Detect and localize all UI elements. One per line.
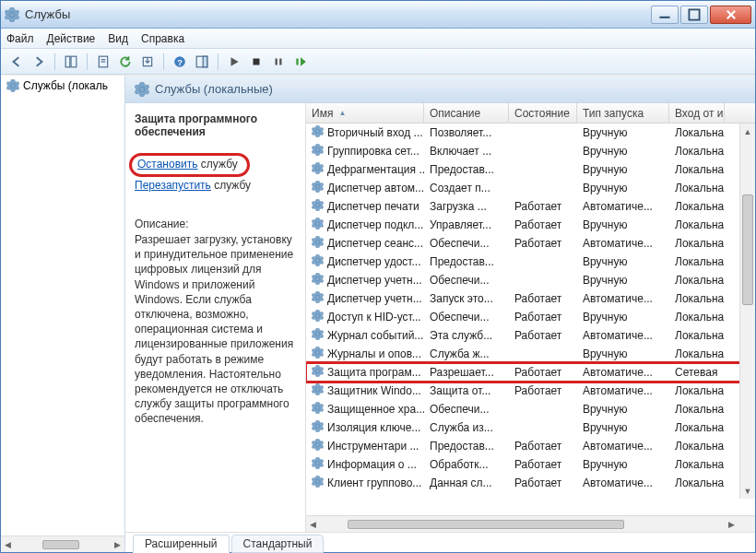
service-row[interactable]: Журнал событий...Эта служб...РаботаетАвт…	[306, 326, 755, 345]
service-row[interactable]: Диспетчер подкл...Управляет...РаботаетВр…	[306, 216, 755, 234]
description-text: Разрешает загрузку, установку и принудит…	[135, 232, 296, 426]
close-button[interactable]	[710, 6, 751, 24]
properties-button[interactable]	[93, 52, 113, 72]
pause-service-button[interactable]	[268, 52, 289, 72]
restart-service-button[interactable]	[290, 52, 311, 72]
gear-icon	[312, 162, 324, 177]
highlight-stop-link: Остановить службу	[129, 153, 250, 177]
tab-extended[interactable]: Расширенный	[133, 535, 230, 553]
stop-service-link[interactable]: Остановить	[137, 158, 198, 171]
scroll-thumb[interactable]	[42, 540, 79, 549]
maximize-button[interactable]	[680, 6, 708, 24]
list-hscrollbar[interactable]: ◀ ▶	[306, 515, 755, 532]
pane-header: Службы (локальные)	[125, 76, 755, 103]
menu-action[interactable]: Действие	[47, 32, 96, 45]
gear-icon	[312, 236, 324, 251]
scroll-right-icon[interactable]: ▶	[725, 517, 738, 532]
gear-icon	[312, 439, 324, 453]
service-list[interactable]: Вторичный вход ...Позволяет...ВручнуюЛок…	[306, 124, 755, 515]
tab-standard[interactable]: Стандартный	[231, 535, 325, 553]
help-button[interactable]: ?	[170, 52, 190, 72]
gear-icon	[312, 347, 324, 361]
tree-hscrollbar[interactable]: ◀ ▶	[1, 535, 124, 552]
menu-file[interactable]: Файл	[6, 32, 34, 45]
show-hide-tree-button[interactable]	[61, 52, 81, 72]
window-title: Службы	[25, 7, 649, 21]
col-name[interactable]: Имя	[306, 103, 424, 123]
forward-button[interactable]	[29, 52, 49, 72]
gear-icon	[135, 82, 149, 97]
service-row[interactable]: Инструментари ...Предостав...РаботаетАвт…	[306, 437, 755, 455]
service-row[interactable]: Диспетчер печатиЗагрузка ...РаботаетАвто…	[306, 197, 755, 216]
col-desc[interactable]: Описание	[424, 103, 509, 123]
refresh-button[interactable]	[115, 52, 136, 72]
gear-icon	[312, 254, 324, 269]
service-row[interactable]: Информация о ...Обработк...РаботаетВручн…	[306, 455, 755, 474]
content-area: Службы (локаль ◀ ▶ Службы (локальные) За…	[1, 75, 755, 552]
back-button[interactable]	[6, 52, 27, 72]
view-tabs: Расширенный Стандартный	[125, 532, 755, 552]
restart-service-link[interactable]: Перезапустить	[135, 179, 211, 192]
gear-icon	[312, 476, 324, 490]
service-row[interactable]: Дефрагментация ...Предостав...ВручнуюЛок…	[306, 160, 755, 179]
selected-service-name: Защита программного обеспечения	[135, 112, 296, 138]
stop-suffix: службу	[198, 158, 238, 171]
gear-icon	[312, 199, 324, 214]
description-label: Описание:	[135, 218, 296, 230]
scroll-left-icon[interactable]: ◀	[306, 517, 320, 532]
column-headers: Имя Описание Состояние Тип запуска Вход …	[306, 103, 755, 124]
titlebar[interactable]: Службы	[1, 1, 755, 29]
services-window: Службы Файл Действие Вид Справка ?	[0, 0, 756, 553]
service-row[interactable]: Группировка сет...Включает ...ВручнуюЛок…	[306, 142, 755, 160]
service-row[interactable]: Защитник Windo...Защита от...РаботаетАвт…	[306, 382, 755, 400]
service-row[interactable]: Изоляция ключе...Служба из...ВручнуюЛока…	[306, 418, 755, 437]
service-row[interactable]: Диспетчер учетн...Запуск это...РаботаетА…	[306, 289, 755, 308]
service-row[interactable]: Диспетчер удост...Предостав...ВручнуюЛок…	[306, 253, 755, 271]
svg-rect-5	[71, 56, 77, 67]
tree-pane: Службы (локаль ◀ ▶	[1, 76, 125, 552]
tree-root-label: Службы (локаль	[23, 79, 108, 92]
vscrollbar[interactable]: ▲ ▼	[739, 124, 755, 499]
scroll-thumb[interactable]	[348, 520, 624, 529]
scroll-up-icon[interactable]: ▲	[740, 124, 755, 139]
col-logon[interactable]: Вход от и	[669, 103, 725, 123]
svg-rect-13	[203, 56, 207, 67]
scroll-thumb[interactable]	[742, 194, 753, 305]
svg-rect-14	[254, 58, 260, 65]
export-button[interactable]	[137, 52, 158, 72]
service-row[interactable]: Клиент группово...Данная сл...РаботаетАв…	[306, 474, 755, 492]
scroll-right-icon[interactable]: ▶	[111, 537, 124, 552]
menubar: Файл Действие Вид Справка	[1, 29, 755, 49]
scroll-down-icon[interactable]: ▼	[740, 483, 755, 499]
pane-title: Службы (локальные)	[155, 82, 273, 96]
service-row[interactable]: Диспетчер сеанс...Обеспечи...РаботаетАвт…	[306, 234, 755, 253]
service-row[interactable]: Доступ к HID-уст...Обеспечи...РаботаетВр…	[306, 308, 755, 326]
service-row[interactable]: Диспетчер учетн...Обеспечи...ВручнуюЛока…	[306, 271, 755, 289]
start-service-button[interactable]	[224, 52, 244, 72]
gear-icon	[312, 365, 324, 380]
right-pane: Службы (локальные) Защита программного о…	[125, 76, 755, 552]
tree-root-item[interactable]: Службы (локаль	[1, 76, 124, 96]
menu-help[interactable]: Справка	[141, 32, 184, 45]
col-state[interactable]: Состояние	[509, 103, 577, 123]
gear-icon	[6, 79, 19, 92]
gear-icon	[312, 125, 324, 140]
scroll-left-icon[interactable]: ◀	[1, 537, 15, 552]
svg-rect-1	[689, 9, 699, 19]
stop-service-button[interactable]	[246, 52, 266, 72]
menu-view[interactable]: Вид	[108, 32, 128, 45]
col-startup[interactable]: Тип запуска	[577, 103, 669, 123]
service-row[interactable]: Диспетчер автом...Создает п...ВручнуюЛок…	[306, 179, 755, 197]
gear-icon	[312, 328, 324, 343]
service-row[interactable]: Защищенное хра...Обеспечи...ВручнуюЛокал…	[306, 400, 755, 418]
minimize-button[interactable]	[651, 6, 679, 24]
service-row[interactable]: Вторичный вход ...Позволяет...ВручнуюЛок…	[306, 124, 755, 142]
svg-rect-17	[296, 58, 298, 65]
gear-icon	[312, 273, 324, 288]
show-hide-action-pane-button[interactable]	[192, 52, 212, 72]
service-row[interactable]: Журналы и опов...Служба ж...ВручнуюЛокал…	[306, 345, 755, 363]
svg-text:?: ?	[177, 57, 183, 66]
gear-icon	[312, 144, 324, 159]
list-pane: Имя Описание Состояние Тип запуска Вход …	[306, 103, 755, 532]
service-row[interactable]: Защита програм...Разрешает...РаботаетАвт…	[306, 363, 755, 382]
